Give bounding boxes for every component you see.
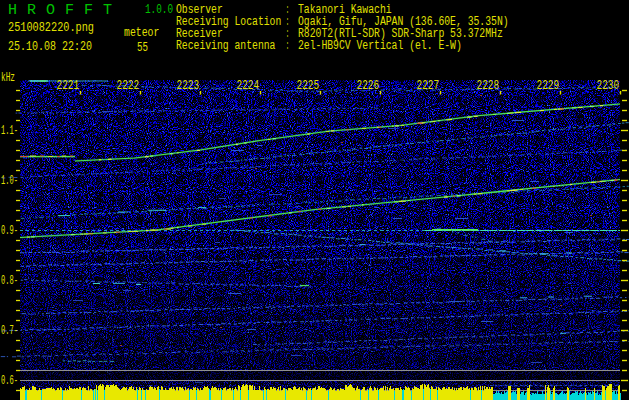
svg-text:0.9-: 0.9-: [1, 223, 18, 238]
svg-text:2227: 2227: [417, 78, 439, 93]
svg-text:0.6-: 0.6-: [1, 373, 18, 388]
svg-text:1.0.0: 1.0.0: [145, 3, 173, 17]
svg-text:1.1-: 1.1-: [1, 123, 18, 138]
svg-text:2224: 2224: [237, 78, 260, 93]
svg-text:2el-HB9CV Vertical (el. E-W): 2el-HB9CV Vertical (el. E-W): [298, 39, 462, 53]
svg-text:2225: 2225: [297, 78, 319, 93]
svg-text::: :: [286, 39, 289, 53]
svg-text:0.8-: 0.8-: [1, 273, 18, 288]
svg-text:2230: 2230: [597, 78, 619, 93]
svg-text:2221: 2221: [57, 78, 80, 93]
svg-text:2226: 2226: [357, 78, 379, 93]
svg-text:55: 55: [137, 40, 148, 55]
svg-text:2222: 2222: [117, 78, 139, 93]
svg-text:2223: 2223: [177, 78, 199, 93]
svg-text:1.0-: 1.0-: [1, 173, 18, 188]
svg-text:meteor: meteor: [124, 25, 159, 40]
svg-text:2228: 2228: [477, 78, 499, 93]
svg-text:0.7-: 0.7-: [1, 323, 18, 338]
svg-text:kHz: kHz: [1, 71, 15, 85]
svg-text:25.10.08 22:20: 25.10.08 22:20: [8, 39, 92, 54]
svg-text:Receiving antenna: Receiving antenna: [176, 39, 275, 53]
svg-text:2510082220.png: 2510082220.png: [8, 20, 94, 35]
svg-text:HROFFT: HROFFT: [8, 2, 122, 19]
svg-text:2229: 2229: [537, 78, 559, 93]
